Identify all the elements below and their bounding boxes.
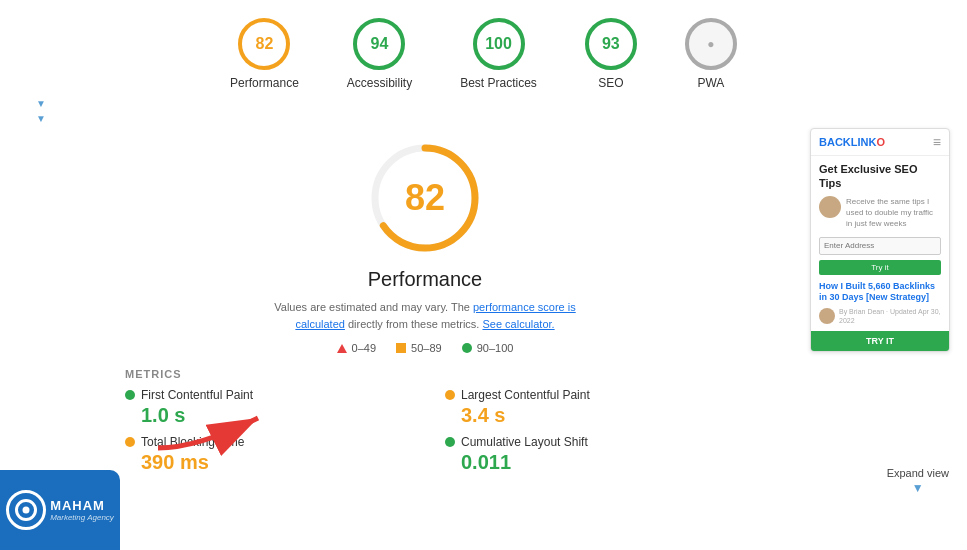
expand-view-area: Expand view ▼ — [887, 467, 949, 495]
card-author-text: By Brian Dean · Updated Apr 30, 2022 — [839, 307, 941, 325]
card-footer: TRY IT — [811, 331, 949, 351]
big-score-value: 82 — [405, 177, 445, 219]
card-author-row: By Brian Dean · Updated Apr 30, 2022 — [819, 307, 941, 325]
metrics-title: METRICS — [125, 368, 725, 380]
legend-range-90-100: 90–100 — [477, 342, 514, 354]
legend-tri-icon — [337, 344, 347, 353]
card-header: BACKLINKO ≡ — [811, 129, 949, 156]
card-avatar-row: Receive the same tips I used to double m… — [819, 196, 941, 230]
metric-lcp-value: 3.4 s — [445, 404, 725, 427]
maham-text-group: MAHAM Marketing Agency — [50, 498, 114, 522]
main-content: 82 Performance Values are estimated and … — [0, 128, 967, 484]
card-avatar — [819, 196, 841, 218]
score-best-practices[interactable]: 100 Best Practices — [460, 18, 537, 90]
metric-fcp-dot — [125, 390, 135, 400]
card-body-text: Receive the same tips I used to double m… — [846, 196, 941, 230]
score-label-best-practices: Best Practices — [460, 76, 537, 90]
right-panel: BACKLINKO ≡ Get Exclusive SEO Tips Recei… — [810, 128, 955, 484]
toggle-arrow-1[interactable]: ▼ — [36, 98, 967, 109]
maham-icon-dot — [23, 507, 30, 514]
expand-view-label: Expand view — [887, 467, 949, 479]
metric-cls: Cumulative Layout Shift 0.011 — [445, 435, 725, 474]
backlinko-card: BACKLINKO ≡ Get Exclusive SEO Tips Recei… — [810, 128, 950, 352]
red-arrow-indicator — [148, 398, 288, 462]
card-title: Get Exclusive SEO Tips — [819, 162, 941, 191]
score-circle-best-practices: 100 — [473, 18, 525, 70]
score-pwa[interactable]: ● PWA — [685, 18, 737, 90]
card-body: Get Exclusive SEO Tips Receive the same … — [811, 156, 949, 331]
author-avatar — [819, 308, 835, 324]
card-menu-icon[interactable]: ≡ — [933, 134, 941, 150]
card-try-button[interactable]: Try it — [819, 260, 941, 275]
score-label-pwa: PWA — [697, 76, 724, 90]
score-circle-performance: 82 — [238, 18, 290, 70]
toggle-arrow-2[interactable]: ▼ — [36, 113, 967, 124]
legend-item-50-89: 50–89 — [396, 342, 442, 354]
score-accessibility[interactable]: 94 Accessibility — [347, 18, 412, 90]
score-label-performance: Performance — [230, 76, 299, 90]
card-footer-text: TRY IT — [866, 336, 894, 346]
expand-view-arrow[interactable]: ▼ — [912, 481, 924, 495]
metric-lcp-dot — [445, 390, 455, 400]
calculator-link[interactable]: See calculator. — [482, 318, 554, 330]
score-circle-seo: 93 — [585, 18, 637, 70]
maham-name: MAHAM — [50, 498, 114, 513]
performance-description: Values are estimated and may vary. The p… — [265, 299, 585, 332]
score-circle-accessibility: 94 — [353, 18, 405, 70]
score-label-seo: SEO — [598, 76, 623, 90]
metric-lcp-header: Largest Contentful Paint — [445, 388, 725, 402]
score-label-accessibility: Accessibility — [347, 76, 412, 90]
legend-dot-icon — [462, 343, 472, 353]
score-performance[interactable]: 82 Performance — [230, 18, 299, 90]
metric-cls-value: 0.011 — [445, 451, 725, 474]
metric-cls-name: Cumulative Layout Shift — [461, 435, 588, 449]
performance-title: Performance — [368, 268, 483, 291]
maham-subtitle: Marketing Agency — [50, 513, 114, 522]
metric-tbt-dot — [125, 437, 135, 447]
maham-logo: MAHAM Marketing Agency — [0, 470, 120, 550]
score-circle-pwa: ● — [685, 18, 737, 70]
score-seo[interactable]: 93 SEO — [585, 18, 637, 90]
scores-bar: 82 Performance 94 Accessibility 100 Best… — [0, 0, 967, 98]
metric-lcp-name: Largest Contentful Paint — [461, 388, 590, 402]
big-score-circle: 82 — [365, 138, 485, 258]
toggles-area: ▼ ▼ — [0, 98, 967, 124]
backlinko-logo: BACKLINKO — [819, 136, 885, 148]
legend: 0–49 50–89 90–100 — [337, 342, 514, 354]
maham-icon — [6, 490, 46, 530]
left-panel: 82 Performance Values are estimated and … — [0, 128, 810, 484]
maham-logo-row: MAHAM Marketing Agency — [6, 490, 114, 530]
legend-item-0-49: 0–49 — [337, 342, 376, 354]
legend-sq-icon — [396, 343, 406, 353]
metric-cls-header: Cumulative Layout Shift — [445, 435, 725, 449]
card-email-input[interactable] — [819, 237, 941, 255]
legend-range-50-89: 50–89 — [411, 342, 442, 354]
metric-lcp: Largest Contentful Paint 3.4 s — [445, 388, 725, 427]
card-article-title: How I Built 5,660 Backlinks in 30 Days [… — [819, 281, 941, 304]
metric-cls-dot — [445, 437, 455, 447]
legend-range-0-49: 0–49 — [352, 342, 376, 354]
legend-item-90-100: 90–100 — [462, 342, 514, 354]
